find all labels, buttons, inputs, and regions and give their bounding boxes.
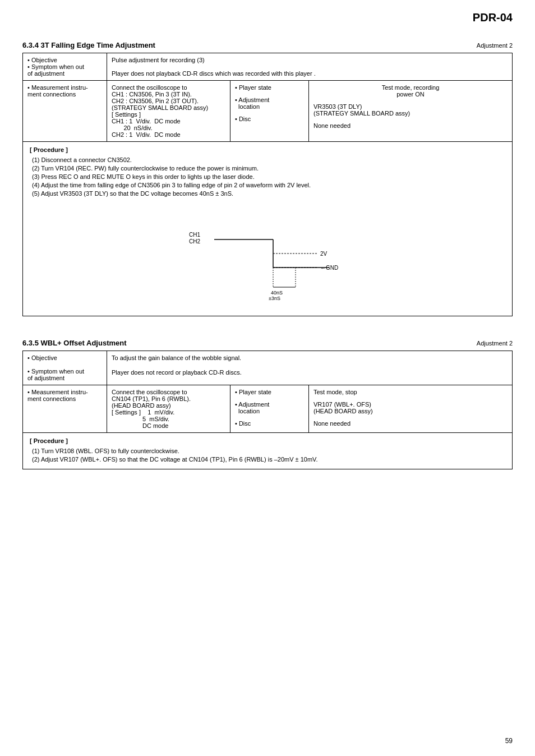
symptom-label-2: • Symptom when out of adjustment [27, 368, 84, 381]
adjustment-location-label: • Adjustment location [235, 96, 304, 110]
section-2-procedure-box: [ Procedure ] (1) Turn VR108 (WBL. OFS) … [22, 433, 513, 469]
svg-text:CH1: CH1 [189, 232, 200, 238]
player-state-cell: • Player state • Adjustment location • D… [230, 81, 309, 142]
svg-text:±3nS: ±3nS [269, 296, 280, 301]
measurement-line-8: CH2 : 1 V/div. DC mode [112, 131, 225, 138]
objective-label-cell: • Objective • Symptom when out of adjust… [23, 53, 107, 81]
procedure-step-5: (5) Adjust VR3503 (3T DLY) so that the D… [30, 190, 505, 197]
player-state-values-cell: Test mode, recordingpower ON VR3503 (3T … [309, 81, 513, 142]
table-row: • Objective • Symptom when out of adjust… [23, 351, 513, 385]
player-state-label-2: • Player state [235, 389, 304, 395]
measurement-label: • Measurement instru- ment connections [27, 84, 88, 98]
section-2-header: 6.3.5 WBL+ Offset Adjustment Adjustment … [22, 339, 513, 347]
section-1-title: 6.3.4 3T Falling Edge Time Adjustment [22, 41, 155, 49]
table-row: • Objective • Symptom when out of adjust… [23, 53, 513, 81]
player-state-cell-2: • Player state • Adjustment location • D… [230, 385, 309, 433]
symptom-value: Player does not playback CD-R discs whic… [112, 70, 508, 77]
measurement-line-2: CH1 : CN3506, Pin 3 (3T IN). [112, 91, 225, 98]
svg-text:2V: 2V [320, 251, 328, 257]
waveform-svg: CH1 CH2 2V ←GND [183, 206, 352, 307]
page-number: 59 [505, 737, 513, 745]
player-state-value-2: Test mode, stop [313, 389, 508, 395]
procedure2-step-2: (2) Adjust VR107 (WBL+. OFS) so that the… [30, 456, 505, 463]
disc-value-1: None needed [313, 122, 508, 129]
objective-value-cell: Pulse adjustment for recording (3) Playe… [107, 53, 513, 81]
section-2: 6.3.5 WBL+ Offset Adjustment Adjustment … [22, 339, 513, 469]
adjustment-location-value-2: VR107 (WBL+. OFS)(HEAD BOARD assy) [313, 401, 508, 414]
player-state-values-cell-2: Test mode, stop VR107 (WBL+. OFS)(HEAD B… [309, 385, 513, 433]
measurement-label-2: • Measurement instru- ment connections [27, 389, 88, 402]
measurement-value-cell-2: Connect the oscilloscope to CN104 (TP1),… [107, 385, 230, 433]
procedure-step-3: (3) Press REC O and REC MUTE O keys in t… [30, 173, 505, 180]
section-1-table: • Objective • Symptom when out of adjust… [22, 53, 513, 142]
procedure-step-2: (2) Turn VR104 (REC. PW) fully countercl… [30, 165, 505, 172]
measurement-line-7: 20 nS/div. [112, 125, 225, 131]
page-header: PDR-04 [22, 11, 513, 24]
procedure-1-title: [ Procedure ] [30, 146, 505, 153]
measurement-line-5: [ Settings ] [112, 111, 225, 118]
meas2-line-6: DC mode [112, 422, 225, 429]
svg-text:CH2: CH2 [189, 238, 200, 245]
adjustment-location-label-2: • Adjustment location [235, 401, 304, 414]
meas2-line-3: (HEAD BOARD assy) [112, 402, 225, 409]
disc-value-2: None needed [313, 420, 508, 427]
measurement-value-cell: Connect the oscilloscope to CH1 : CN3506… [107, 81, 230, 142]
objective-value-2: To adjust the gain balance of the wobble… [112, 354, 508, 361]
measurement-row-2: • Measurement instru- ment connections C… [23, 385, 513, 433]
meas2-line-5: 5 mS/div. [112, 416, 225, 422]
svg-text:40nS: 40nS [271, 290, 283, 296]
procedure-step-4: (4) Adjust the time from falling edge of… [30, 182, 505, 188]
section-1: 6.3.4 3T Falling Edge Time Adjustment Ad… [22, 41, 513, 316]
disc-label-1: • Disc [235, 116, 304, 122]
svg-text:←GND: ←GND [320, 265, 338, 271]
measurement-row: • Measurement instru- ment connections C… [23, 81, 513, 142]
symptom-label: • Symptom when out of adjustment [27, 63, 84, 77]
page-title: PDR-04 [473, 11, 513, 24]
meas2-line-1: Connect the oscilloscope to [112, 389, 225, 395]
section-1-procedure-box: [ Procedure ] (1) Disconnect a connector… [22, 142, 513, 316]
measurement-label-cell-2: • Measurement instru- ment connections [23, 385, 107, 433]
section-2-title: 6.3.5 WBL+ Offset Adjustment [22, 339, 127, 347]
objective-label-cell-2: • Objective • Symptom when out of adjust… [23, 351, 107, 385]
objective-label: • Objective [27, 57, 57, 63]
objective-value-cell-2: To adjust the gain balance of the wobble… [107, 351, 513, 385]
meas2-line-4: [ Settings ] 1 mV/div. [112, 409, 225, 416]
measurement-line-3: CH2 : CN3506, Pin 2 (3T OUT). [112, 98, 225, 104]
measurement-label-cell: • Measurement instru- ment connections [23, 81, 107, 142]
objective-value: Pulse adjustment for recording (3) [112, 57, 508, 63]
symptom-value-2: Player does not record or playback CD-R … [112, 369, 508, 376]
disc-label-2: • Disc [235, 420, 304, 427]
player-state-label: • Player state [235, 84, 304, 91]
waveform-diagram: CH1 CH2 2V ←GND [30, 206, 505, 307]
measurement-line-6: CH1 : 1 V/div. DC mode [112, 118, 225, 125]
measurement-line-1: Connect the oscilloscope to [112, 84, 225, 91]
objective-label-2: • Objective [27, 354, 57, 361]
section-2-adjustment-label: Adjustment 2 [477, 340, 513, 347]
procedure-2-title: [ Procedure ] [30, 437, 505, 444]
section-1-header: 6.3.4 3T Falling Edge Time Adjustment Ad… [22, 41, 513, 49]
measurement-line-4: (STRATEGY SMALL BOARD assy) [112, 104, 225, 111]
meas2-line-2: CN104 (TP1), Pin 6 (RWBL). [112, 395, 225, 402]
section-1-adjustment-label: Adjustment 2 [477, 42, 513, 49]
procedure-step-1: (1) Disconnect a connector CN3502. [30, 156, 505, 163]
adjustment-location-value: VR3503 (3T DLY)(STRATEGY SMALL BOARD ass… [313, 103, 508, 117]
player-state-value: Test mode, recordingpower ON [313, 84, 508, 98]
section-2-table: • Objective • Symptom when out of adjust… [22, 351, 513, 433]
procedure2-step-1: (1) Turn VR108 (WBL. OFS) to fully count… [30, 448, 505, 454]
